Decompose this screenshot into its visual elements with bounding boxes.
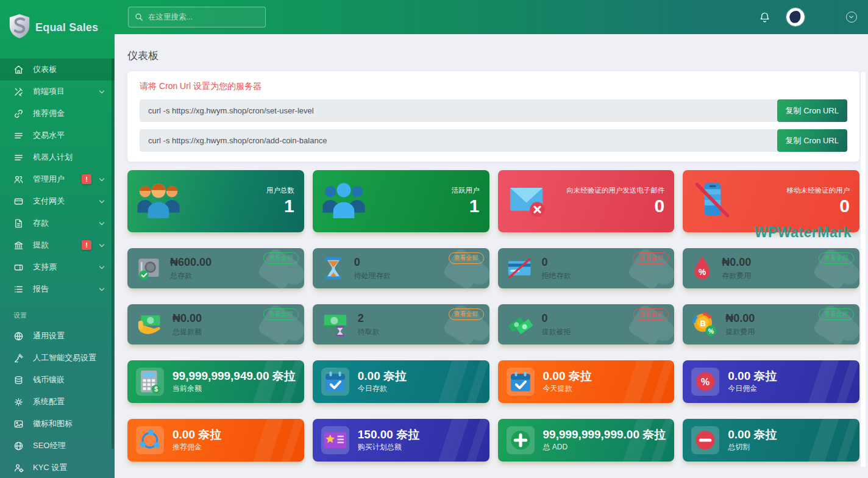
- sidebar-item-deposits[interactable]: 存款: [0, 212, 115, 234]
- stat-label: 存款费用: [722, 271, 751, 281]
- view-all-badge[interactable]: 查看全部: [819, 309, 854, 320]
- stat-label: 推荐佣金: [173, 442, 221, 452]
- stat-label: 总切割: [728, 442, 777, 452]
- coins-icon: [13, 375, 24, 385]
- sidebar-item-label: 前端项目: [33, 86, 65, 97]
- today-deposit-card[interactable]: 0.00 奈拉 今日存款: [313, 360, 489, 403]
- email-unverified-card[interactable]: 向未经验证的用户发送电子邮件 0: [498, 170, 675, 232]
- sidebar-scrollbar[interactable]: [112, 59, 114, 449]
- total-add-card[interactable]: 99,999,999,999.00 奈拉 总 ADD: [498, 419, 675, 462]
- sidebar-item-label: 管理用户: [33, 174, 65, 185]
- sidebar-item-label: 支付网关: [33, 196, 65, 207]
- notifications-bell-icon[interactable]: [759, 12, 770, 23]
- invoice-icon: [13, 218, 24, 229]
- sidebar-item-reports[interactable]: 报告: [0, 278, 115, 300]
- sidebar-item-referral-commission[interactable]: 推荐佣金: [0, 102, 115, 124]
- total-withdraw-card[interactable]: 查看全部 ₦0.00 总提款额: [127, 304, 304, 344]
- view-all-badge[interactable]: 查看全部: [633, 309, 669, 320]
- rejected-withdraw-card[interactable]: 查看全部 0 提款被拒: [498, 304, 675, 344]
- stat-value: 2: [358, 312, 380, 325]
- sidebar-item-bot-plan[interactable]: 机器人计划: [0, 146, 115, 168]
- sidebar-item-trade-level[interactable]: 交易水平: [0, 124, 115, 146]
- stat-label: 提款费用: [725, 327, 755, 337]
- search-box[interactable]: [128, 7, 266, 27]
- stat-value: 0: [542, 256, 571, 269]
- chevron-down-icon: [99, 198, 104, 203]
- total-users-card[interactable]: 用户总数 1: [127, 170, 304, 232]
- main-content: 仪表板 请将 Cron Url 设置为您的服务器 curl -s https:/…: [115, 34, 868, 478]
- alert-badge: !: [82, 240, 91, 250]
- stat-value: 0.00 奈拉: [543, 369, 592, 383]
- sidebar-nav: 仪表板 前端项目 推荐佣金 交易水平 机器人计划 管理用户 ! 支付网关: [0, 54, 115, 478]
- view-all-badge[interactable]: 查看全部: [449, 252, 484, 264]
- sidebar-item-label: 人工智能交易设置: [33, 352, 96, 363]
- mobile-unverified-card[interactable]: 移动未经验证的用户 0: [683, 170, 859, 232]
- current-balance-card[interactable]: $ 99,999,999,949.00 奈拉 当前余额: [127, 360, 304, 403]
- view-all-badge[interactable]: 查看全部: [449, 309, 484, 320]
- brand[interactable]: Equal Sales: [0, 0, 115, 54]
- view-all-badge[interactable]: 查看全部: [263, 252, 299, 264]
- view-all-badge[interactable]: 查看全部: [819, 252, 854, 264]
- sidebar-item-system-config[interactable]: 系统配置: [0, 391, 115, 413]
- sidebar-item-support-tickets[interactable]: 支持票: [0, 256, 115, 278]
- percent-badge-icon: %: [691, 368, 719, 396]
- calculator-dollar-icon: $: [136, 368, 164, 396]
- referral-commission-card[interactable]: 0.00 奈拉 推荐佣金: [127, 419, 304, 462]
- cron-url-input[interactable]: curl -s https://xg.hwym.shop/cron/set-us…: [140, 99, 777, 122]
- pending-withdraw-card[interactable]: 查看全部 2 待取款: [313, 304, 489, 344]
- sidebar-item-label: 报告: [33, 284, 49, 294]
- active-users-card[interactable]: 活跃用户 1: [313, 170, 489, 232]
- deposit-charge-card[interactable]: 查看全部 % ₦0.00 存款费用: [683, 248, 859, 288]
- sidebar-item-logo-icons[interactable]: 徽标和图标: [0, 413, 115, 435]
- withdraw-charge-card[interactable]: 查看全部 B % ₦0.00 提款费用: [683, 304, 859, 344]
- users-group-icon: [136, 182, 181, 221]
- stat-value: 99,999,999,949.00 奈拉: [173, 369, 296, 383]
- sidebar-item-general-settings[interactable]: 通用设置: [0, 325, 115, 347]
- tools-icon: [13, 87, 24, 97]
- copy-cron-url-button[interactable]: 复制 Cron URL: [777, 99, 847, 122]
- sidebar-item-withdrawals[interactable]: 提款 !: [0, 234, 115, 256]
- sidebar-item-seo-manager[interactable]: SEO经理: [0, 435, 115, 457]
- total-cut-card[interactable]: 0.00 奈拉 总切割: [683, 419, 859, 462]
- total-deposit-card[interactable]: 查看全部 ₦600.00 总存款: [127, 248, 304, 288]
- stat-label: 总 ADD: [543, 442, 666, 452]
- cron-row: curl -s https://xg.hwym.shop/cron/set-us…: [140, 99, 847, 122]
- stat-label: 待处理存款: [354, 271, 391, 281]
- view-all-badge[interactable]: 查看全部: [633, 252, 669, 264]
- user-avatar[interactable]: [786, 8, 805, 26]
- sidebar-item-dashboard[interactable]: 仪表板: [0, 59, 115, 80]
- today-commission-card[interactable]: % 0.00 奈拉 今日佣金: [683, 360, 859, 403]
- copy-cron-url-button[interactable]: 复制 Cron URL: [777, 129, 847, 152]
- plus-circle-icon: [507, 426, 535, 454]
- credit-card-icon: [13, 196, 24, 207]
- rejected-deposit-card[interactable]: 查看全部 0 拒绝存款: [498, 248, 675, 288]
- menu-lines-icon: [13, 130, 24, 141]
- sidebar-item-kyc-settings[interactable]: KYC 设置: [0, 457, 115, 478]
- stat-value: ₦0.00: [725, 312, 755, 325]
- view-all-badge[interactable]: 查看全部: [263, 309, 299, 320]
- topbar-right: [759, 8, 857, 26]
- search-input[interactable]: [148, 13, 259, 21]
- sidebar-item-ai-trade-settings[interactable]: 人工智能交易设置: [0, 347, 115, 369]
- sidebar-item-frontend[interactable]: 前端项目: [0, 80, 115, 102]
- stat-value: 0: [787, 195, 850, 217]
- bitcoin-percent-icon: B %: [691, 312, 717, 337]
- sidebar-item-coin-settings[interactable]: 钱币镶嵌: [0, 369, 115, 391]
- sidebar-item-manage-users[interactable]: 管理用户 !: [0, 168, 115, 190]
- plan-purchase-card[interactable]: 150.00 奈拉 购买计划总额: [313, 419, 489, 462]
- today-withdraw-card[interactable]: 0.00 奈拉 今天提款: [498, 360, 675, 403]
- stat-label: 拒绝存款: [542, 271, 571, 281]
- topbar-chevron-down-icon[interactable]: [846, 12, 857, 23]
- svg-text:$: $: [154, 386, 158, 393]
- pending-deposit-card[interactable]: 查看全部 0 待处理存款: [313, 248, 489, 288]
- minus-circle-icon: [691, 426, 719, 454]
- sidebar-item-label: 通用设置: [33, 330, 65, 341]
- sidebar-item-label: 推荐佣金: [33, 108, 65, 119]
- search-icon: [135, 13, 143, 21]
- stat-value: 150.00 奈拉: [358, 428, 419, 441]
- sidebar-item-payment-gateway[interactable]: 支付网关: [0, 190, 115, 212]
- chevron-down-icon: [99, 176, 104, 181]
- svg-text:%: %: [708, 327, 714, 335]
- page-scrollbar[interactable]: [861, 72, 866, 467]
- cron-url-input[interactable]: curl -s https://xg.hwym.shop/cron/add-co…: [140, 129, 777, 152]
